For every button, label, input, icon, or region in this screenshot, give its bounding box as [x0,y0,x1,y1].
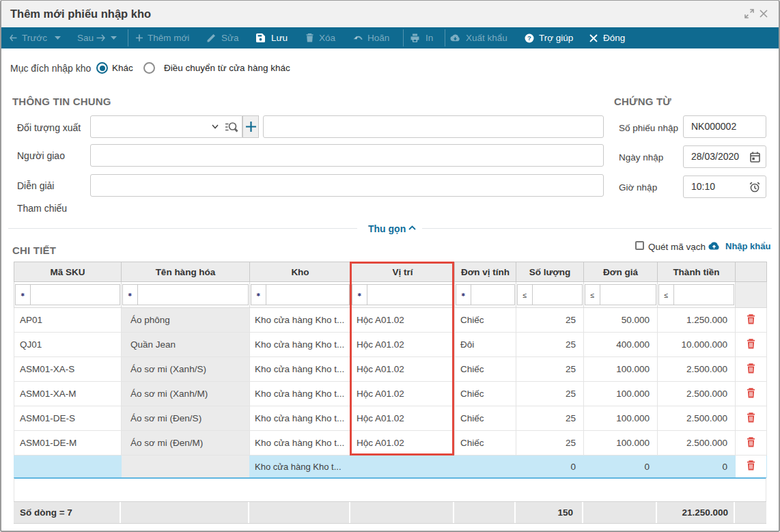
svg-text:?: ? [527,34,531,42]
